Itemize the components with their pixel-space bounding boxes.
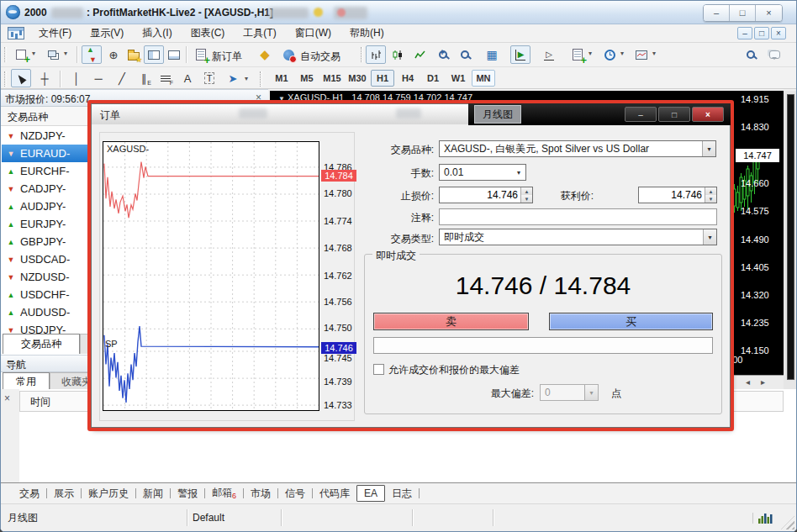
toolbar-grip[interactable] (4, 71, 7, 87)
menu-insert[interactable]: 插入(I) (133, 26, 181, 40)
data-folder-button[interactable] (124, 45, 144, 64)
new-chart-dropdown[interactable]: ▾ (32, 50, 40, 57)
toolbar-grip[interactable] (361, 47, 363, 62)
volume-select[interactable]: 0.01 ▾ (439, 164, 526, 181)
comment-input[interactable] (439, 208, 717, 225)
tab-exposure[interactable]: 展示 (47, 485, 81, 503)
vertical-line-button[interactable]: │ (66, 69, 87, 87)
templates-dropdown[interactable]: ▾ (652, 50, 661, 57)
crosshair-tool-button[interactable]: ┼ (34, 69, 55, 87)
stop-loss-input[interactable] (440, 187, 520, 203)
tile-windows-button[interactable]: ▦ (482, 45, 502, 64)
spin-up-icon[interactable]: ▲ (705, 187, 716, 195)
symbol-select[interactable]: XAGUSD-, 白银美元, Spot Silver vs US Dollar … (439, 140, 716, 157)
navigator-toggle[interactable] (144, 45, 164, 64)
order-type-select[interactable]: 即时成交 ▾ (439, 229, 717, 245)
tab-account-history[interactable]: 账户历史 (82, 485, 135, 503)
tab-news[interactable]: 新闻 (136, 485, 170, 503)
mdi-restore-button[interactable]: □ (754, 27, 769, 40)
volume-select-arrow-icon[interactable]: ▾ (512, 165, 525, 180)
take-profit-spinner[interactable]: ▲▼ (638, 187, 717, 203)
new-chart-button[interactable] (11, 45, 31, 64)
terminal-toggle[interactable] (164, 45, 184, 64)
periods-button[interactable] (599, 45, 620, 64)
timeframe-m30[interactable]: M30 (346, 70, 369, 87)
tab-journal[interactable]: 日志 (385, 485, 419, 503)
tab-alerts[interactable]: 警报 (171, 485, 204, 503)
chart-close-button[interactable]: × (692, 107, 724, 122)
text-tool-button[interactable]: A (177, 69, 198, 87)
timeframe-w1[interactable]: W1 (446, 70, 470, 87)
tab-mailbox[interactable]: 邮箱6 (205, 484, 243, 502)
label-tool-button[interactable]: T (199, 69, 219, 87)
buy-button[interactable]: 买 (549, 313, 713, 330)
max-deviation-select[interactable]: 0 ▾ (540, 384, 599, 401)
scroll-left-icon[interactable]: ◂ (746, 377, 750, 387)
symbol-select-arrow-icon[interactable]: ▾ (702, 141, 715, 156)
timeframe-m15[interactable]: M15 (320, 70, 344, 87)
toolbar-grip[interactable] (4, 47, 7, 62)
timeframe-d1[interactable]: D1 (421, 70, 445, 87)
maximize-button[interactable]: □ (730, 5, 756, 21)
new-order-label[interactable]: 新订单 (212, 50, 242, 64)
menu-window[interactable]: 窗口(W) (286, 26, 340, 40)
profiles-dropdown[interactable]: ▾ (64, 50, 72, 57)
channel-button[interactable]: ∥E (134, 69, 154, 87)
templates-button[interactable] (631, 45, 652, 64)
periods-dropdown[interactable]: ▾ (620, 50, 629, 57)
chart-restore-button[interactable]: □ (658, 107, 690, 122)
chart-minimize-button[interactable]: – (625, 107, 657, 122)
tab-trade[interactable]: 交易 (13, 485, 46, 503)
market-watch-toggle[interactable] (82, 45, 102, 64)
menu-help[interactable]: 帮助(H) (340, 26, 393, 40)
indicators-dropdown[interactable]: ▾ (589, 50, 597, 57)
profiles-button[interactable] (43, 45, 63, 64)
crosshair-window-button[interactable]: ⊕ (103, 45, 124, 64)
timeframe-h1[interactable]: H1 (371, 70, 394, 87)
arrows-dropdown[interactable]: ▾ (245, 75, 253, 82)
zoom-out-button[interactable] (455, 45, 475, 64)
deviation-checkbox-label[interactable]: 允许成交价和报价的最大偏差 (388, 363, 520, 377)
tab-ea[interactable]: EA (356, 485, 385, 502)
timeframe-m1[interactable]: M1 (270, 70, 293, 87)
chart-window-title[interactable]: ▼ XAGUSD-,H1 14.708 14.759 14.702 14.747 (278, 92, 472, 103)
autotrading-button[interactable] (278, 45, 298, 64)
trendline-button[interactable]: ╱ (112, 69, 132, 87)
tab-symbols[interactable]: 交易品种 (3, 334, 80, 354)
bar-chart-button[interactable] (366, 45, 386, 64)
tab-market[interactable]: 市场 (244, 485, 277, 503)
chart-shift-button[interactable]: ▷ (539, 45, 559, 64)
order-type-arrow-icon[interactable]: ▾ (703, 229, 716, 245)
timeframe-m5[interactable]: M5 (295, 70, 319, 87)
close-button[interactable]: × (756, 5, 782, 21)
zoom-in-button[interactable] (433, 45, 453, 64)
chart-document-icon[interactable] (8, 27, 24, 40)
deviation-checkbox[interactable] (373, 364, 384, 375)
arrows-tool-button[interactable]: ➤ (223, 69, 243, 87)
candlestick-button[interactable] (388, 45, 408, 64)
strategy-tester-button[interactable]: ◆ (255, 45, 275, 64)
line-chart-button[interactable] (409, 45, 430, 64)
search-button[interactable] (741, 45, 761, 64)
auto-scroll-button[interactable]: ▶ (510, 45, 530, 64)
horizontal-line-button[interactable]: ─ (88, 69, 108, 87)
chat-button[interactable] (764, 45, 784, 64)
title-bar[interactable]: 2000 : ProfitMarketHK-Live2 - [XAGUSD-,H… (1, 1, 796, 24)
cursor-tool-button[interactable] (11, 69, 31, 87)
toolbar-grip[interactable] (260, 71, 262, 87)
menu-tools[interactable]: 工具(T) (234, 26, 285, 40)
take-profit-spin-buttons[interactable]: ▲▼ (705, 187, 716, 203)
status-bars-cell[interactable] (752, 513, 778, 524)
timeframe-h4[interactable]: H4 (396, 70, 420, 87)
fibonacci-button[interactable]: F (156, 69, 176, 87)
tab-signals[interactable]: 信号 (278, 485, 312, 503)
menu-file[interactable]: 文件(F) (29, 26, 81, 40)
toolbox-close-icon[interactable]: × (4, 392, 10, 404)
status-profile-cell[interactable]: Default (187, 509, 282, 526)
spin-down-icon[interactable]: ▼ (705, 195, 716, 203)
tab-code-base[interactable]: 代码库 (313, 485, 356, 503)
minimize-button[interactable]: – (704, 5, 730, 21)
take-profit-input[interactable] (639, 187, 705, 203)
scroll-right-icon[interactable]: ▸ (761, 377, 765, 387)
tab-common[interactable]: 常用 (3, 372, 50, 390)
